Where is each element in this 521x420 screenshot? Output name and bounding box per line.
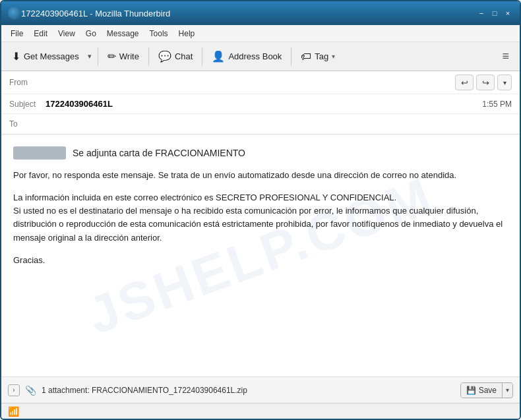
menu-help[interactable]: Help (175, 28, 199, 40)
more-actions-button[interactable]: ▾ (497, 75, 512, 90)
save-dropdown-button[interactable]: ▾ (503, 384, 512, 396)
chat-button[interactable]: 💬 Chat (153, 47, 198, 66)
tag-button[interactable]: 🏷 Tag ▾ (295, 47, 340, 66)
forward-button[interactable]: ↪ (476, 75, 495, 90)
subject-row: Subject 1722403906461L 1:55 PM (1, 94, 520, 114)
menu-file[interactable]: File (7, 28, 27, 40)
sender-subject-row: Se adjunta carta de FRACCIONAMIENTO (13, 146, 508, 160)
tag-dropdown-icon: ▾ (332, 53, 335, 60)
menu-go[interactable]: Go (82, 28, 100, 40)
get-messages-icon: ⬇ (12, 50, 20, 63)
message-subject-display: Se adjunta carta de FRACCIONAMIENTO (73, 148, 245, 158)
save-button-group: 💾 Save ▾ (460, 382, 513, 398)
paperclip-icon: 📎 (25, 385, 36, 396)
from-row: From ↩ ↪ ▾ (1, 71, 520, 94)
toolbar-sep-2 (148, 47, 149, 66)
message-timestamp: 1:55 PM (482, 100, 512, 109)
body-paragraph-3: Gracias. (13, 254, 508, 267)
statusbar: 📶 (1, 403, 520, 419)
body-paragraph-2: La información incluida en este correo e… (13, 191, 508, 245)
write-label: Write (119, 51, 139, 61)
address-book-label: Address Book (228, 51, 282, 61)
message-text: Por favor, no responda este mensaje. Se … (13, 169, 508, 267)
toolbar-sep-3 (202, 47, 202, 66)
main-window: 1722403906461L - Mozilla Thunderbird − □… (0, 0, 521, 420)
body-paragraph-1: Por favor, no responda este mensaje. Se … (13, 169, 508, 182)
get-messages-button[interactable]: ⬇ Get Messages (7, 47, 84, 66)
titlebar: 1722403906461L - Mozilla Thunderbird − □… (1, 1, 520, 25)
get-messages-dropdown[interactable]: ▾ (86, 49, 94, 64)
attachment-bar: › 📎 1 attachment: FRACCIONAMIENTO_172240… (1, 376, 520, 403)
toolbar: ⬇ Get Messages ▾ ✏ Write 💬 Chat 👤 Addres… (1, 42, 520, 71)
minimize-button[interactable]: − (476, 8, 487, 18)
chat-icon: 💬 (158, 50, 171, 63)
attachment-text: 1 attachment: FRACCIONAMIENTO_1722403906… (42, 386, 455, 395)
menubar: File Edit View Go Message Tools Help (1, 25, 520, 42)
get-messages-label: Get Messages (24, 51, 79, 61)
write-icon: ✏ (107, 50, 116, 63)
sender-avatar (13, 146, 66, 160)
reply-button[interactable]: ↩ (455, 75, 474, 90)
message-body: JSHELP.COM Se adjunta carta de FRACCIONA… (1, 135, 520, 376)
subject-label: Subject (9, 100, 46, 109)
address-book-button[interactable]: 👤 Address Book (206, 47, 287, 66)
chat-label: Chat (175, 51, 193, 61)
save-icon: 💾 (466, 386, 476, 395)
from-label: From (9, 78, 46, 87)
address-book-icon: 👤 (212, 50, 225, 63)
close-button[interactable]: × (503, 8, 513, 18)
save-label: Save (479, 386, 497, 395)
subject-value: 1722403906461L (46, 99, 482, 109)
tag-label: Tag (315, 51, 328, 61)
tag-icon: 🏷 (301, 51, 311, 63)
toolbar-sep-4 (291, 47, 291, 66)
toolbar-sep-1 (98, 47, 98, 66)
save-main-button[interactable]: 💾 Save (461, 383, 503, 398)
maximize-button[interactable]: □ (489, 8, 500, 18)
menu-edit[interactable]: Edit (30, 28, 51, 40)
window-title: 1722403906461L - Mozilla Thunderbird (21, 9, 476, 18)
to-row: To (1, 114, 520, 134)
menu-view[interactable]: View (54, 28, 79, 40)
connection-icon: 📶 (8, 406, 19, 417)
to-label: To (9, 119, 46, 129)
window-controls: − □ × (476, 8, 513, 18)
write-button[interactable]: ✏ Write (102, 47, 144, 66)
header-actions: ↩ ↪ ▾ (455, 75, 512, 90)
menu-tools[interactable]: Tools (146, 28, 172, 40)
attachment-toggle[interactable]: › (8, 384, 20, 396)
menu-message[interactable]: Message (103, 28, 143, 40)
toolbar-menu-button[interactable]: ≡ (497, 47, 514, 66)
app-icon (8, 7, 21, 20)
message-header: From ↩ ↪ ▾ Subject 1722403906461L 1:55 P… (1, 71, 520, 135)
message-content: Se adjunta carta de FRACCIONAMIENTO Por … (13, 146, 508, 267)
